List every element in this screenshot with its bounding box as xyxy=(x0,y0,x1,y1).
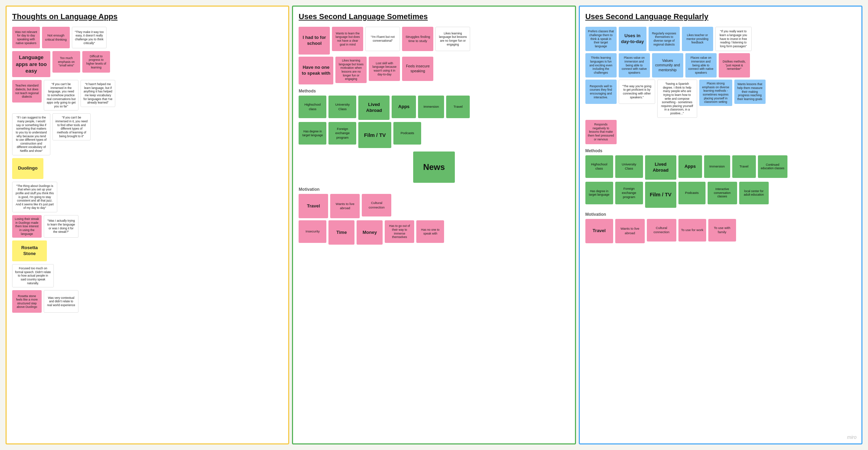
sticky-rosetta: Rosetta Stone xyxy=(12,240,47,261)
sticky-apps-3: Apps xyxy=(678,155,702,178)
sticky-immersion-3: Immersion xyxy=(704,155,730,178)
sticky-streak: Losing their streak in Duolingo made the… xyxy=(12,215,42,238)
col2-row2: Have no one to speak with Likes learning… xyxy=(299,57,569,84)
sticky-travel: Travel xyxy=(446,96,470,118)
sticky-teacher: Likes teacher or mentor providing feedba… xyxy=(682,27,713,51)
sticky-local-center: local center for adult education xyxy=(739,182,769,204)
sticky-quote-reading: "If you really want to learn a language … xyxy=(715,27,752,51)
sticky-dialects: Teaches standard dialects, but does not … xyxy=(12,80,42,103)
col1-title: Thoughts on Language Apps xyxy=(12,12,283,21)
sticky-structured: Rosetta stone feels like a more structur… xyxy=(12,290,42,313)
sticky-quote-tools: "If you can't be immersed in it, you nee… xyxy=(52,113,91,140)
sticky-film-tv-3: Film / TV xyxy=(645,182,676,208)
sticky-quote-suggest: "If I can suggest to the many people, I … xyxy=(12,113,50,155)
sticky-not-relevant: Was not relevant for day to day speaking… xyxy=(12,27,40,48)
sticky-immersion-value2: Places value on immersion and being able… xyxy=(685,53,717,77)
col3-methods-row2: Has degree in target language Foreign ex… xyxy=(585,182,856,208)
col3-motivation-row: Travel Wants to live abroad Cultural con… xyxy=(585,219,856,243)
col3-motivation-label: Motivation xyxy=(585,212,856,217)
sticky-dislikes-repeat: Dislikes methods, "just repeat & remembe… xyxy=(719,53,750,77)
sticky-challenge-think: Prefers classes that challenge them to t… xyxy=(585,27,617,51)
sticky-motivation-loss: Likes learning language but loses motiva… xyxy=(335,57,367,83)
col1-row8: Rosetta Stone xyxy=(12,240,283,261)
sticky-quote-challenge: "They make it way too easy, it doesn't r… xyxy=(72,27,107,48)
sticky-go-out: Has to go out of their way to immerse th… xyxy=(385,220,414,243)
column-uses-regularly: Uses Second Language Regularly Prefers c… xyxy=(579,6,862,444)
sticky-difficult-progress: Difficult to progress to higher levels o… xyxy=(82,51,110,73)
sticky-immersion: Immersion xyxy=(418,96,444,118)
sticky-for-family: To use with family xyxy=(708,219,736,242)
col1-row5: Duolingo xyxy=(12,158,283,179)
sticky-pressured: Responds negatively to lessons that make… xyxy=(585,120,617,144)
column-uses-sometimes: Uses Second Language Sometimes I had to … xyxy=(292,6,576,444)
sticky-podcasts: Podcasts xyxy=(393,122,421,145)
sticky-apps: Apps xyxy=(392,96,416,118)
col3-row4: Responds negatively to lessons that make… xyxy=(585,120,856,144)
sticky-insecurity: Insecurity xyxy=(299,220,326,243)
miro-watermark: miro xyxy=(847,434,857,440)
sticky-quote-duolingo: "The thing about Duolingo is that when y… xyxy=(12,182,57,212)
col1-row9: Focused too much on formal speech. Didn'… xyxy=(12,264,283,287)
sticky-travel-motivation: Travel xyxy=(299,194,328,218)
sticky-for-work: To use for work xyxy=(678,219,706,242)
column-thoughts-on-apps: Thoughts on Language Apps Was not releva… xyxy=(6,6,289,444)
sticky-formal-speech: Focused too much on formal speech. Didn'… xyxy=(12,264,54,287)
sticky-cultural-3: Cultural connection xyxy=(647,219,676,242)
col1-row7: Losing their streak in Duolingo made the… xyxy=(12,215,283,238)
sticky-too-easy: Language apps are too easy xyxy=(12,51,50,77)
sticky-quote-streak: "Was I actually trying to learn the lang… xyxy=(44,215,78,238)
sticky-quote-spanish: "having a Spanish degree. I think to hel… xyxy=(657,80,697,118)
sticky-uni-class-3: University Class xyxy=(615,155,643,178)
sticky-news: News xyxy=(413,152,455,183)
col2-barriers-row: Insecurity Time Money Has to go out of t… xyxy=(299,220,569,245)
sticky-money: Money xyxy=(357,220,383,245)
sticky-no-one: Have no one to speak with xyxy=(299,57,333,84)
sticky-quote-helped: "It hasn't helped me learn language, but… xyxy=(81,80,115,107)
sticky-film-tv: Film / TV xyxy=(358,122,391,148)
sticky-not-enough: Not enough critical thinking xyxy=(42,27,70,48)
sticky-small-wins: Too much emphasis on "small wins" xyxy=(52,51,80,73)
col1-row10: Rosetta stone feels like a more structur… xyxy=(12,290,283,313)
sticky-no-one-speak: Has no one to speak with xyxy=(416,220,444,243)
sticky-lost-skill: Lost skill with language because wasn't … xyxy=(369,57,400,81)
col1-row3: Teaches standard dialects, but does not … xyxy=(12,80,283,111)
sticky-diverse-methods: Places strong emphasis on diverse learni… xyxy=(699,80,732,106)
sticky-day-to-day: Uses in day-to-day xyxy=(619,27,646,51)
sticky-contextual: Was very contextual and didn't relate to… xyxy=(44,290,78,313)
col2-news-container: News xyxy=(299,152,569,183)
sticky-time-barrier: Time xyxy=(328,220,354,245)
sticky-quote-proficient: "The way you're going to get proficient … xyxy=(619,80,655,104)
sticky-continued-ed: Continued education classes xyxy=(758,155,787,178)
sticky-hs-class-3: Highschool class xyxy=(585,155,613,178)
col2-motivation-label: Motivation xyxy=(299,187,569,192)
sticky-wants-abroad: Wants to live abroad xyxy=(330,194,360,218)
col2-title: Uses Second Language Sometimes xyxy=(299,12,569,21)
sticky-degree: Has degree in target language xyxy=(299,122,326,145)
sticky-lessons-engaging: Likes learning language but lessons are … xyxy=(435,27,470,51)
col1-content: Was not relevant for day to day speaking… xyxy=(12,27,283,313)
sticky-fluent: "I'm Fluent but not conversational" xyxy=(365,27,400,51)
sticky-fun-exciting: Thinks learning languages is fun and exc… xyxy=(585,53,617,77)
sticky-lived-abroad: Lived Abroad xyxy=(358,96,390,120)
sticky-insecure: Feels insecure speaking xyxy=(402,57,433,81)
sticky-degree-3: Has degree in target language xyxy=(585,182,613,204)
sticky-exchange: Foreign exchange program xyxy=(328,122,356,145)
col1-row1: Was not relevant for day to day speaking… xyxy=(12,27,283,48)
sticky-highschool-class: Highschool class xyxy=(299,96,326,118)
sticky-dialects-expose: Regularly exposes themselves to diverse … xyxy=(649,27,680,51)
sticky-wants-abroad-3: Wants to live abroad xyxy=(615,219,645,243)
sticky-interactive-classes: Interactive conversation classes xyxy=(708,182,737,204)
col3-row2: Thinks learning languages is fun and exc… xyxy=(585,53,856,77)
sticky-time: Struggles finding time to study xyxy=(402,27,433,51)
sticky-encouraging: Responds well to courses they find encou… xyxy=(585,80,617,104)
sticky-exchange-3: Foreign exchange program xyxy=(615,182,643,204)
col1-row6: "The thing about Duolingo is that when y… xyxy=(12,182,283,212)
sticky-podcasts-3: Podcasts xyxy=(678,182,706,204)
col3-top-row: Prefers classes that challenge them to t… xyxy=(585,27,856,51)
sticky-travel-3: Travel xyxy=(732,155,756,178)
col2-motivation-row: Travel Wants to live abroad Cultural con… xyxy=(299,194,569,218)
sticky-cultural: Cultural connection xyxy=(362,194,391,216)
sticky-immersion-value: Places value on immersion and being able… xyxy=(619,53,650,77)
col2-methods-label: Methods xyxy=(299,89,569,93)
col3-row3: Responds well to courses they find encou… xyxy=(585,80,856,118)
